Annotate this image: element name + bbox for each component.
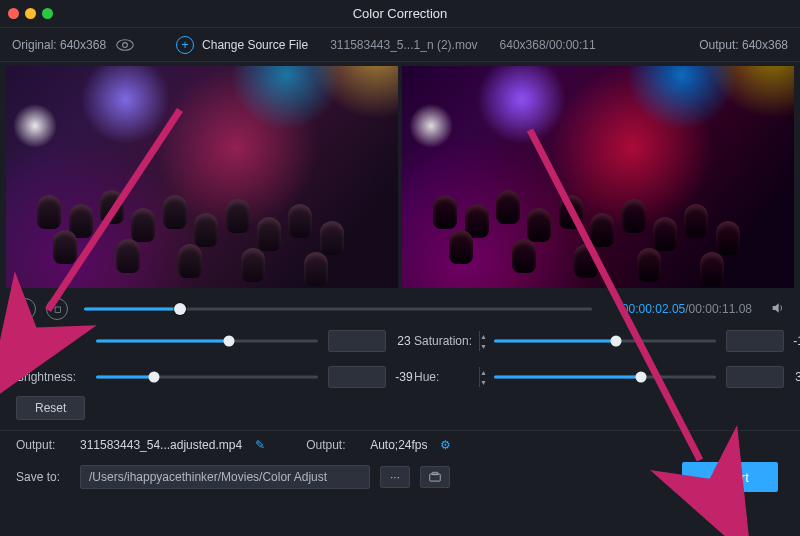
timecode: 00:00:02.05/00:00:11.08 bbox=[622, 302, 752, 316]
brightness-value-stepper[interactable]: ▲▼ bbox=[328, 366, 386, 388]
hue-label: Hue: bbox=[414, 370, 484, 384]
saturation-value-stepper[interactable]: ▲▼ bbox=[726, 330, 784, 352]
brightness-slider[interactable] bbox=[96, 370, 318, 384]
change-source-file-button[interactable]: Change Source File bbox=[202, 38, 308, 52]
preview-original bbox=[6, 66, 398, 288]
output-filename-label: Output: bbox=[16, 438, 70, 452]
stop-button[interactable]: ◻ bbox=[46, 298, 68, 320]
saturation-value-input[interactable] bbox=[727, 331, 800, 351]
hue-value-stepper[interactable]: ▲▼ bbox=[726, 366, 784, 388]
svg-rect-3 bbox=[432, 472, 438, 474]
close-window-button[interactable] bbox=[8, 8, 19, 19]
playback-bar: ▶ ◻ 00:00:02.05/00:00:11.08 bbox=[0, 290, 800, 322]
minimize-window-button[interactable] bbox=[25, 8, 36, 19]
time-total: 00:00:11.08 bbox=[689, 302, 752, 316]
export-button[interactable]: Export bbox=[682, 462, 778, 492]
seek-slider[interactable] bbox=[84, 302, 592, 316]
save-path-field[interactable]: /Users/ihappyacethinker/Movies/Color Adj… bbox=[80, 465, 370, 489]
gear-icon[interactable]: ⚙ bbox=[438, 437, 454, 453]
window-title: Color Correction bbox=[353, 6, 448, 21]
source-filename: 311583443_5...1_n (2).mov bbox=[330, 38, 477, 52]
source-meta: 640x368/00:00:11 bbox=[500, 38, 596, 52]
contrast-slider[interactable] bbox=[96, 334, 318, 348]
output-dimensions-label: Output: 640x368 bbox=[699, 38, 788, 52]
play-button[interactable]: ▶ bbox=[14, 298, 36, 320]
saturation-slider[interactable] bbox=[494, 334, 716, 348]
output-format-label: Output: bbox=[306, 438, 360, 452]
save-path-value: /Users/ihappyacethinker/Movies/Color Adj… bbox=[89, 470, 327, 484]
reset-button[interactable]: Reset bbox=[16, 396, 85, 420]
svg-rect-2 bbox=[430, 474, 441, 481]
original-dimensions-label: Original: 640x368 bbox=[12, 38, 106, 52]
eye-icon[interactable] bbox=[116, 39, 134, 51]
hue-value-input[interactable] bbox=[727, 367, 800, 387]
saturation-label: Saturation: bbox=[414, 334, 484, 348]
preview-adjusted bbox=[402, 66, 794, 288]
browse-path-button[interactable]: ··· bbox=[380, 466, 410, 488]
toolbar: Original: 640x368 + Change Source File 3… bbox=[0, 28, 800, 62]
add-icon[interactable]: + bbox=[176, 36, 194, 54]
output-filename-value: 311583443_54...adjusted.mp4 bbox=[80, 438, 242, 452]
pencil-icon[interactable]: ✎ bbox=[252, 437, 268, 453]
save-to-label: Save to: bbox=[16, 470, 70, 484]
contrast-label: Contrast: bbox=[16, 334, 86, 348]
output-format-value: Auto;24fps bbox=[370, 438, 427, 452]
preview-compare bbox=[0, 62, 800, 290]
contrast-value-stepper[interactable]: ▲▼ bbox=[328, 330, 386, 352]
titlebar: Color Correction bbox=[0, 0, 800, 28]
window-controls bbox=[8, 8, 53, 19]
zoom-window-button[interactable] bbox=[42, 8, 53, 19]
svg-point-1 bbox=[123, 42, 128, 47]
time-current: 00:00:02.05 bbox=[622, 302, 685, 316]
volume-icon[interactable] bbox=[770, 300, 786, 319]
brightness-label: Brightness: bbox=[16, 370, 86, 384]
svg-point-0 bbox=[117, 39, 134, 50]
open-folder-button[interactable] bbox=[420, 466, 450, 488]
save-to-row: Save to: /Users/ihappyacethinker/Movies/… bbox=[0, 459, 800, 495]
adjustment-panel: Contrast: ▲▼ Saturation: ▲▼ Brightness: … bbox=[0, 322, 800, 394]
hue-slider[interactable] bbox=[494, 370, 716, 384]
output-filename-row: Output: 311583443_54...adjusted.mp4 ✎ Ou… bbox=[0, 431, 800, 459]
